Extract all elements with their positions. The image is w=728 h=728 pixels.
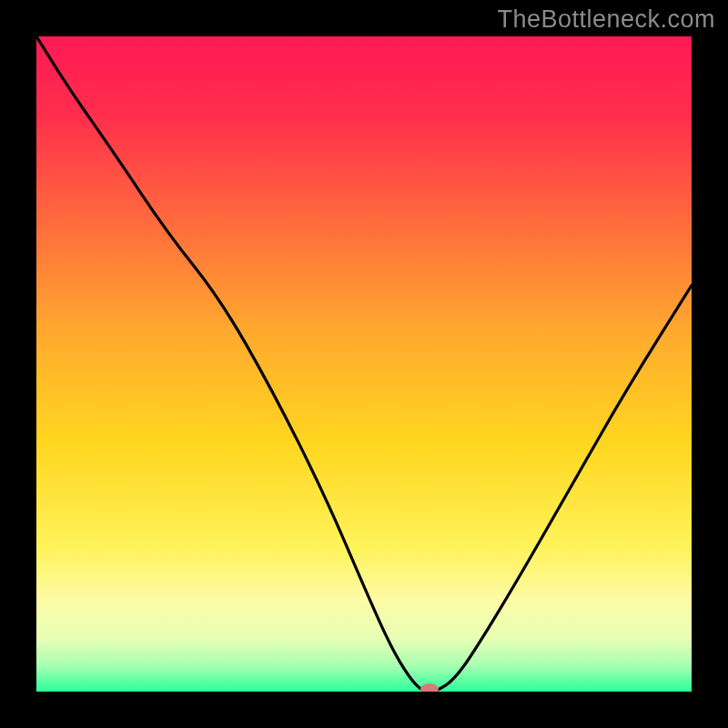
chart-frame: TheBottleneck.com xyxy=(0,0,728,728)
plot-area xyxy=(36,36,692,692)
gradient-background xyxy=(36,36,692,692)
watermark-text: TheBottleneck.com xyxy=(497,5,715,34)
bottleneck-chart xyxy=(36,36,692,692)
